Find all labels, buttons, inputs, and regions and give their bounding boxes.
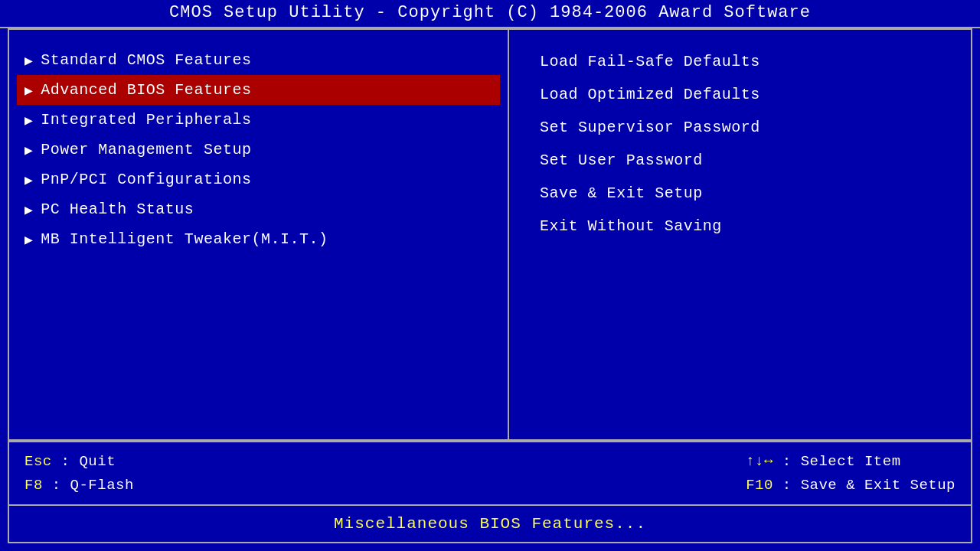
right-menu-label-4: Save & Exit Setup <box>540 184 703 202</box>
left-menu-label-4: PnP/PCI Configurations <box>41 171 251 188</box>
left-menu-item-4[interactable]: ▶PnP/PCI Configurations <box>17 165 500 194</box>
f10-value: Save & Exit Setup <box>801 477 956 494</box>
description-text: Miscellaneous BIOS Features... <box>334 515 646 533</box>
right-menu-item-1[interactable]: Load Optimized Defaults <box>532 78 948 111</box>
left-menu-label-6: MB Intelligent Tweaker(M.I.T.) <box>41 230 328 248</box>
right-menu-item-4[interactable]: Save & Exit Setup <box>532 177 948 210</box>
status-left: Esc : Quit F8 : Q-Flash <box>24 450 134 497</box>
left-menu-label-0: Standard CMOS Features <box>41 51 251 69</box>
arrows-label: ↑↓↔ <box>746 453 773 470</box>
left-menu-label-5: PC Health Status <box>41 201 194 218</box>
arrows-separator: : <box>773 453 801 470</box>
arrows-value: Select Item <box>801 453 901 470</box>
arrow-icon-1: ▶ <box>24 82 33 99</box>
right-menu-item-0[interactable]: Load Fail-Safe Defaults <box>532 45 948 78</box>
status-bar: Esc : Quit F8 : Q-Flash ↑↓↔ : Select Ite… <box>8 441 972 504</box>
arrow-icon-0: ▶ <box>24 52 33 69</box>
right-panel: Load Fail-Safe DefaultsLoad Optimized De… <box>509 30 971 439</box>
title-text: CMOS Setup Utility - Copyright (C) 1984-… <box>169 3 811 22</box>
arrow-icon-5: ▶ <box>24 201 33 218</box>
right-menu-item-5[interactable]: Exit Without Saving <box>532 210 948 243</box>
f10-separator: : <box>773 477 801 494</box>
arrow-icon-6: ▶ <box>24 231 33 248</box>
arrow-icon-2: ▶ <box>24 112 33 129</box>
description-bar: Miscellaneous BIOS Features... <box>8 504 972 543</box>
right-menu-item-3[interactable]: Set User Password <box>532 144 948 177</box>
left-menu-item-6[interactable]: ▶MB Intelligent Tweaker(M.I.T.) <box>17 224 500 254</box>
left-menu-label-1: Advanced BIOS Features <box>41 81 251 99</box>
right-menu-label-3: Set User Password <box>540 152 703 169</box>
left-panel: ▶Standard CMOS Features▶Advanced BIOS Fe… <box>9 30 509 439</box>
left-menu-label-2: Integrated Peripherals <box>41 111 251 129</box>
esc-value: Quit <box>79 453 116 470</box>
screen: CMOS Setup Utility - Copyright (C) 1984-… <box>0 0 980 551</box>
f10-label: F10 <box>746 477 773 494</box>
esc-label: Esc <box>24 453 52 470</box>
left-menu-item-1[interactable]: ▶Advanced BIOS Features <box>17 75 500 105</box>
esc-separator: : <box>52 453 80 470</box>
arrow-icon-4: ▶ <box>24 171 33 188</box>
right-menu-label-5: Exit Without Saving <box>540 217 722 235</box>
left-menu-item-2[interactable]: ▶Integrated Peripherals <box>17 105 500 135</box>
left-menu-item-5[interactable]: ▶PC Health Status <box>17 194 500 224</box>
main-area: ▶Standard CMOS Features▶Advanced BIOS Fe… <box>8 28 972 441</box>
f8-label: F8 <box>24 477 43 494</box>
right-menu-item-2[interactable]: Set Supervisor Password <box>532 111 948 144</box>
left-menu-item-0[interactable]: ▶Standard CMOS Features <box>17 45 500 75</box>
f8-value: Q-Flash <box>70 477 134 494</box>
right-menu-label-0: Load Fail-Safe Defaults <box>540 53 760 70</box>
left-menu-item-3[interactable]: ▶Power Management Setup <box>17 135 500 165</box>
right-menu-label-2: Set Supervisor Password <box>540 119 760 136</box>
status-right: ↑↓↔ : Select Item F10 : Save & Exit Setu… <box>746 450 956 497</box>
f8-separator: : <box>43 477 70 494</box>
right-menu-label-1: Load Optimized Defaults <box>540 86 760 103</box>
left-menu-label-3: Power Management Setup <box>41 141 251 158</box>
title-bar: CMOS Setup Utility - Copyright (C) 1984-… <box>0 0 980 28</box>
arrow-icon-3: ▶ <box>24 142 33 158</box>
